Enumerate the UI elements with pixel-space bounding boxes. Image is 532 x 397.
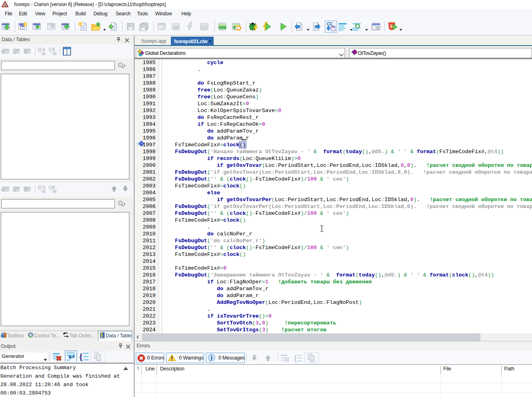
svg-text:5: 5	[390, 24, 393, 29]
svg-text:CC: CC	[327, 22, 332, 26]
svg-text:{: {	[294, 354, 297, 363]
svg-text:{: {	[79, 351, 83, 362]
svg-text:OK: OK	[29, 335, 33, 337]
